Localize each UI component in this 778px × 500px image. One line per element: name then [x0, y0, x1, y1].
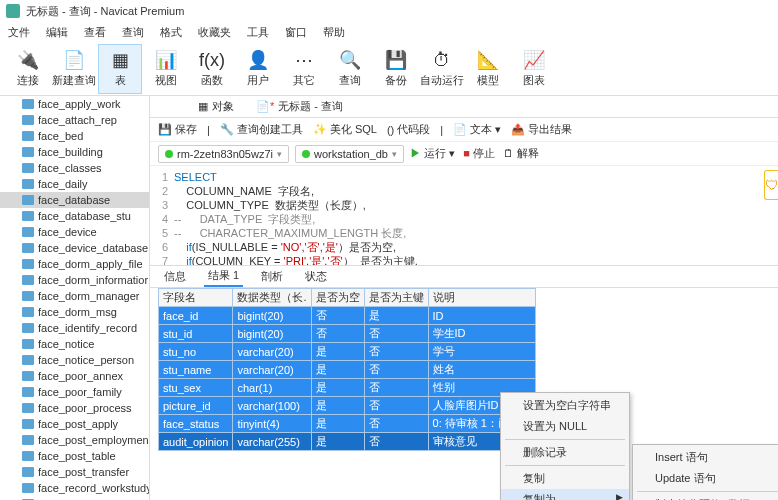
tree-item[interactable]: face_notice: [0, 336, 149, 352]
tree-item[interactable]: face_dorm_apply_file: [0, 256, 149, 272]
table-row[interactable]: stu_namevarchar(20)是否姓名: [159, 361, 536, 379]
table-row[interactable]: stu_sexchar(1)是否性别: [159, 379, 536, 397]
tree-item[interactable]: face_post_table: [0, 448, 149, 464]
table-icon: [22, 355, 34, 365]
code-segment-button[interactable]: () 代码段: [387, 122, 430, 137]
col-header[interactable]: 是否为主键: [364, 289, 428, 307]
menu-帮助[interactable]: 帮助: [323, 25, 345, 40]
table-row[interactable]: face_idbigint(20)否是ID: [159, 307, 536, 325]
tool-查询[interactable]: 🔍查询: [328, 44, 372, 94]
menu-窗口[interactable]: 窗口: [285, 25, 307, 40]
result-tab-0[interactable]: 信息: [160, 267, 190, 286]
col-header[interactable]: 是否为空: [311, 289, 364, 307]
table-icon: [22, 387, 34, 397]
run-button[interactable]: ▶ 运行 ▾: [410, 146, 455, 161]
table-icon: [22, 339, 34, 349]
tool-连接[interactable]: 🔌连接: [6, 44, 50, 94]
tree-item[interactable]: face_post_employmen: [0, 432, 149, 448]
tree-item[interactable]: face_bed: [0, 128, 149, 144]
tab-query[interactable]: 📄*无标题 - 查询: [248, 97, 351, 116]
tool-自动运行[interactable]: ⏱自动运行: [420, 44, 464, 94]
tab-objects[interactable]: ▦对象: [190, 97, 242, 116]
result-tab-1[interactable]: 结果 1: [204, 266, 243, 287]
tree-item[interactable]: face_database_stu: [0, 208, 149, 224]
tree-item[interactable]: face_dorm_msg: [0, 304, 149, 320]
tree-item[interactable]: face_record_workstudy: [0, 480, 149, 496]
menu-查询[interactable]: 查询: [122, 25, 144, 40]
table-row[interactable]: picture_idvarchar(100)是否人脸库图片ID: [159, 397, 536, 415]
tree-item[interactable]: face_attach_rep: [0, 112, 149, 128]
table-icon: [22, 195, 34, 205]
menu-编辑[interactable]: 编辑: [46, 25, 68, 40]
tool-其它[interactable]: ⋯其它: [282, 44, 326, 94]
menu-工具[interactable]: 工具: [247, 25, 269, 40]
tool-用户[interactable]: 👤用户: [236, 44, 280, 94]
text-button[interactable]: 📄 文本 ▾: [453, 122, 501, 137]
sql-editor[interactable]: 1SELECT2 COLUMN_NAME 字段名,3 COLUMN_TYPE 数…: [150, 166, 778, 266]
新建查询-icon: 📄: [63, 49, 85, 71]
tree-item[interactable]: face_classes: [0, 160, 149, 176]
查询-icon: 🔍: [339, 49, 361, 71]
menu-文件[interactable]: 文件: [8, 25, 30, 40]
tree-item[interactable]: face_post_transfer: [0, 464, 149, 480]
tool-表[interactable]: ▦表: [98, 44, 142, 94]
ctx-item[interactable]: 设置为空白字符串: [501, 395, 629, 416]
tree-item[interactable]: face_poor_process: [0, 400, 149, 416]
result-tab-2[interactable]: 剖析: [257, 267, 287, 286]
query-builder-button[interactable]: 🔧 查询创建工具: [220, 122, 303, 137]
menu-查看[interactable]: 查看: [84, 25, 106, 40]
context-menu[interactable]: 设置为空白字符串设置为 NULL删除记录复制复制为▶粘贴显示▶: [500, 392, 630, 500]
tree-item[interactable]: face_dorm_manager: [0, 288, 149, 304]
tree-item[interactable]: face_daily: [0, 176, 149, 192]
object-tree[interactable]: face_apply_workface_attach_repface_bedfa…: [0, 96, 150, 500]
save-button[interactable]: 💾 保存: [158, 122, 197, 137]
tree-item[interactable]: face_poor_family: [0, 384, 149, 400]
ctx-item[interactable]: 删除记录: [501, 442, 629, 463]
table-row[interactable]: stu_novarchar(20)是否学号: [159, 343, 536, 361]
tree-item[interactable]: face_device: [0, 224, 149, 240]
tool-视图[interactable]: 📊视图: [144, 44, 188, 94]
side-tab-handle[interactable]: 🛡: [764, 170, 778, 200]
tool-函数[interactable]: f(x)函数: [190, 44, 234, 94]
menu-格式[interactable]: 格式: [160, 25, 182, 40]
tool-备份[interactable]: 💾备份: [374, 44, 418, 94]
ctx-item[interactable]: 复制为▶: [501, 489, 629, 500]
ctx-item[interactable]: Update 语句: [633, 468, 778, 489]
result-tab-3[interactable]: 状态: [301, 267, 331, 286]
ctx-item[interactable]: 复制: [501, 468, 629, 489]
table-row[interactable]: stu_idbigint(20)否否学生ID: [159, 325, 536, 343]
beautify-sql-button[interactable]: ✨ 美化 SQL: [313, 122, 377, 137]
database-combo[interactable]: workstation_db▾: [295, 145, 404, 163]
tree-item[interactable]: face_identify_record: [0, 320, 149, 336]
tool-图表[interactable]: 📈图表: [512, 44, 556, 94]
ctx-item[interactable]: Insert 语句: [633, 447, 778, 468]
图表-icon: 📈: [523, 49, 545, 71]
col-header[interactable]: 说明: [428, 289, 535, 307]
col-header[interactable]: 数据类型（长.: [233, 289, 311, 307]
tool-新建查询[interactable]: 📄新建查询: [52, 44, 96, 94]
menu-收藏夹[interactable]: 收藏夹: [198, 25, 231, 40]
tree-item[interactable]: face_notice_person: [0, 352, 149, 368]
tree-item[interactable]: face_repair_note: [0, 496, 149, 500]
explain-button[interactable]: 🗒 解释: [503, 146, 539, 161]
table-row[interactable]: audit_opinionvarchar(255)是否审核意见: [159, 433, 536, 451]
ctx-item[interactable]: 设置为 NULL: [501, 416, 629, 437]
tree-item[interactable]: face_building: [0, 144, 149, 160]
tree-item[interactable]: face_apply_work: [0, 96, 149, 112]
tree-item[interactable]: face_dorm_informatior: [0, 272, 149, 288]
tree-item[interactable]: face_poor_annex: [0, 368, 149, 384]
tree-item[interactable]: face_device_database: [0, 240, 149, 256]
table-row[interactable]: face_statustinyint(4)是否0: 待审核 1：已通过: [159, 415, 536, 433]
col-header[interactable]: 字段名: [159, 289, 233, 307]
server-combo[interactable]: rm-2zetn83n05wz7i▾: [158, 145, 289, 163]
tree-item[interactable]: face_post_apply: [0, 416, 149, 432]
tool-模型[interactable]: 📐模型: [466, 44, 510, 94]
table-icon: [22, 307, 34, 317]
tree-item[interactable]: face_database: [0, 192, 149, 208]
result-grid[interactable]: 字段名数据类型（长.是否为空是否为主键说明face_idbigint(20)否是…: [150, 288, 778, 451]
stop-button[interactable]: ■ 停止: [463, 146, 495, 161]
context-submenu[interactable]: Insert 语句Update 语句制表符分隔值 (数据)制表符分隔值 (字段名…: [632, 444, 778, 500]
export-result-button[interactable]: 📤 导出结果: [511, 122, 572, 137]
连接-icon: 🔌: [17, 49, 39, 71]
ctx-item[interactable]: 制表符分隔值 (数据): [633, 494, 778, 500]
